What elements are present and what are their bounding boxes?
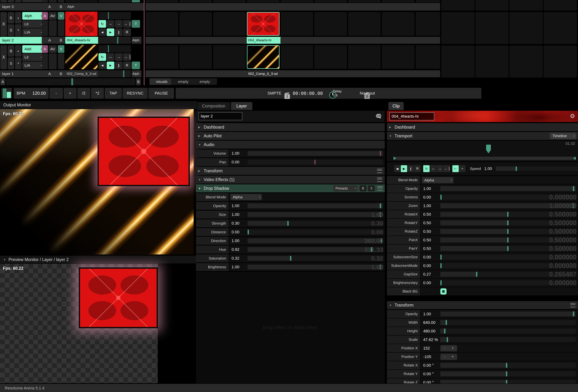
clip-name-cell-empty[interactable]: [348, 37, 384, 44]
param-dropdown-blend-mode[interactable]: Alpha▾: [231, 194, 262, 200]
speed-value[interactable]: 1.00: [484, 166, 492, 171]
param-slider[interactable]: [248, 230, 383, 235]
layer3-solo-button[interactable]: [8, 0, 14, 2]
param-stepper[interactable]: -+: [440, 345, 457, 351]
layer2-solo-button[interactable]: S: [8, 24, 14, 36]
speed-marker[interactable]: [516, 166, 517, 171]
param-value[interactable]: 0.92: [232, 247, 240, 252]
slider-marker[interactable]: [290, 256, 291, 261]
deck-tab-visuals[interactable]: visuals: [149, 78, 174, 85]
speed-slider[interactable]: [496, 166, 578, 171]
timeline-range-track[interactable]: [393, 157, 576, 160]
layer3-strip-cell[interactable]: [145, 3, 181, 11]
param-value[interactable]: 0.30: [232, 221, 240, 226]
clip-name-cell-empty[interactable]: [145, 70, 181, 77]
layer3-strip-cell[interactable]: [382, 3, 418, 11]
layer2-bypass-button[interactable]: B: [8, 12, 14, 24]
param-slider[interactable]: [248, 151, 383, 156]
param-value[interactable]: 1.00: [423, 203, 431, 208]
layer2-video-button[interactable]: V: [58, 12, 64, 20]
layer2-name-progress[interactable]: [98, 37, 131, 44]
clip-slot-empty[interactable]: [441, 45, 475, 78]
clip-name-input[interactable]: 004_4hearts-hr: [389, 112, 434, 120]
slider-marker[interactable]: [248, 230, 249, 235]
clip-slot-empty[interactable]: [281, 45, 313, 69]
layer1-ab-monitor[interactable]: AB: [42, 70, 69, 77]
param-value[interactable]: 0.50: [423, 212, 431, 217]
menu-icon[interactable]: [570, 303, 576, 307]
param-value[interactable]: 480.00: [423, 329, 435, 334]
crossfader-b-button[interactable]: B: [136, 78, 141, 85]
param-value[interactable]: 1.00: [423, 312, 431, 316]
layer2-lia-dropdown[interactable]: LIA▾: [22, 28, 43, 36]
slider-marker[interactable]: [287, 221, 289, 226]
slider-marker[interactable]: [507, 212, 509, 217]
clip-label-hearts[interactable]: 004_4hearts-hr: [247, 37, 283, 44]
clip-slot-empty[interactable]: [382, 45, 414, 69]
bpm-display[interactable]: BPM 120.00: [14, 88, 49, 99]
loop-button[interactable]: ↻: [423, 165, 430, 172]
composition-trigger-icon[interactable]: [1, 88, 12, 99]
param-slider[interactable]: [248, 221, 383, 226]
slider-marker[interactable]: [380, 203, 381, 208]
stepper-plus[interactable]: +: [452, 346, 454, 350]
param-value[interactable]: -105: [423, 354, 431, 359]
clip-name-cell-empty[interactable]: [415, 70, 440, 77]
layer2-clear-button[interactable]: X: [0, 12, 7, 36]
param-stepper[interactable]: -+: [440, 354, 457, 360]
section-auto-pilot[interactable]: ▶Auto Pilot: [196, 132, 385, 140]
param-value[interactable]: 0.00: [423, 195, 431, 200]
clip-slot-empty[interactable]: [382, 12, 414, 36]
layer1-audio-button[interactable]: A: [42, 45, 48, 53]
panel-divider[interactable]: [144, 0, 144, 85]
clip-slot-empty[interactable]: [543, 0, 577, 11]
layer3-t-button[interactable]: [132, 0, 140, 2]
clip-slot-empty[interactable]: [179, 45, 212, 69]
slider-marker[interactable]: [440, 195, 442, 200]
layer3-lia-dropdown[interactable]: LIA▾: [22, 0, 43, 2]
layer2-audio-button[interactable]: A: [42, 12, 48, 20]
layer2-play-button[interactable]: ▶: [107, 28, 114, 36]
bpm-half-button[interactable]: /2: [77, 88, 90, 99]
slider-marker[interactable]: [440, 255, 442, 260]
smpte-timecode[interactable]: 00:00:00.00: [293, 91, 323, 96]
bpm-double-button[interactable]: *2: [91, 88, 104, 99]
clip-slot-empty[interactable]: [348, 45, 381, 69]
tap-button[interactable]: TAP: [105, 88, 122, 99]
param-value[interactable]: 1.00: [232, 265, 240, 270]
clip-slot-empty[interactable]: [247, 0, 280, 2]
section-audio[interactable]: ▼Audio: [196, 141, 385, 149]
clip-slot-empty[interactable]: [441, 0, 475, 11]
layer1-av-button[interactable]: AV: [49, 45, 57, 53]
slider-marker[interactable]: [476, 272, 477, 277]
layer3-down-button[interactable]: [15, 0, 22, 2]
clip-slot-empty[interactable]: [509, 45, 543, 78]
bpm-minus-button[interactable]: -: [49, 88, 63, 99]
param-value[interactable]: 1.00: [232, 212, 240, 217]
range-out-handle[interactable]: [573, 157, 576, 160]
stepper-minus[interactable]: -: [444, 346, 445, 350]
slider-marker[interactable]: [573, 186, 574, 191]
clip-slot-empty[interactable]: [509, 0, 543, 11]
layer2-name[interactable]: layer 2: [0, 37, 46, 44]
param-slider[interactable]: [440, 186, 576, 191]
layer3-thumbnail[interactable]: [65, 0, 97, 2]
slider-marker[interactable]: [446, 320, 447, 325]
preview-monitor-header[interactable]: ▼ Preview Monitor / Layer / layer 2: [0, 256, 197, 263]
clip-name-cell-empty[interactable]: [179, 70, 215, 77]
layer2-blend-dropdown[interactable]: Alph▾: [22, 12, 43, 20]
section-video-effects[interactable]: ▼Video Effects (1): [196, 176, 385, 184]
clip-slot-empty[interactable]: [416, 12, 440, 36]
layer1-lia-dropdown[interactable]: LIA▾: [22, 62, 43, 69]
layer1-up-icon[interactable]: ▲: [15, 45, 22, 57]
layer3-strip-cell[interactable]: [415, 3, 440, 11]
param-value[interactable]: 0.32: [232, 256, 240, 261]
pause-button[interactable]: PAUSE: [148, 88, 174, 99]
clip-name-cell-empty[interactable]: [382, 37, 418, 44]
transport-mode-dropdown[interactable]: Timeline▾: [550, 133, 576, 139]
layer2-pause-button[interactable]: ∥: [115, 28, 123, 36]
clip-slot-empty[interactable]: [213, 0, 246, 2]
param-value[interactable]: 47.62 %: [423, 337, 438, 342]
deck-tab-empty-2[interactable]: empty: [193, 78, 217, 85]
layer3-strip-cell[interactable]: [281, 3, 316, 11]
